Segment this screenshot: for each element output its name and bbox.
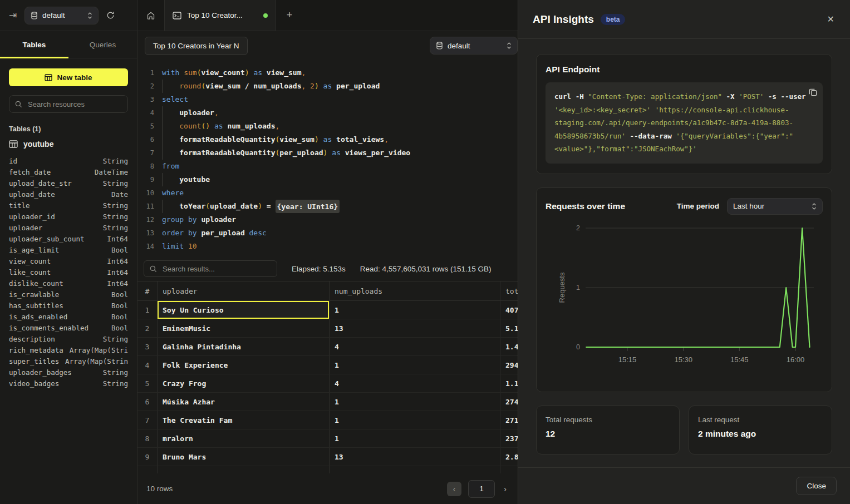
- result-row[interactable]: 1Soy Un Curioso1407: [137, 301, 518, 319]
- schema-column-row[interactable]: titleString: [9, 200, 128, 211]
- schema-column-row[interactable]: uploaderString: [9, 222, 128, 233]
- table-item-youtube[interactable]: youtube: [9, 140, 128, 149]
- code-line[interactable]: 6formatReadableQuantity(view_sum) as tot…: [137, 133, 518, 146]
- schema-column-row[interactable]: rich_metadataArray(Map(Stri: [9, 344, 128, 355]
- time-period-selector[interactable]: Last hour: [727, 198, 823, 215]
- close-button[interactable]: Close: [796, 477, 837, 495]
- sql-editor[interactable]: 1with sum(view_count) as view_sum,2round…: [137, 60, 518, 256]
- header-uploader[interactable]: uploader: [158, 281, 330, 300]
- total-views-cell[interactable]: 237: [500, 429, 518, 447]
- next-page-button[interactable]: ›: [502, 484, 509, 493]
- column-type: Int64: [107, 268, 128, 276]
- result-row[interactable]: 7The Crevatin Fam1271: [137, 411, 518, 429]
- num-uploads-cell[interactable]: 1: [330, 301, 500, 319]
- uploader-cell[interactable]: Bruno Mars: [158, 448, 330, 466]
- schema-column-row[interactable]: video_badgesString: [9, 378, 128, 389]
- uploader-cell[interactable]: Galinha Pintadinha: [158, 338, 330, 355]
- uploader-cell[interactable]: mralorn: [158, 429, 330, 447]
- copy-icon[interactable]: [809, 88, 817, 96]
- refresh-icon[interactable]: [106, 11, 115, 19]
- collapse-sidebar-icon[interactable]: ⇥: [6, 9, 20, 21]
- schema-column-row[interactable]: like_countInt64: [9, 266, 128, 278]
- header-total-views[interactable]: tot: [500, 281, 518, 300]
- header-num-uploads[interactable]: num_uploads: [330, 281, 500, 300]
- total-views-cell[interactable]: 2.8: [500, 448, 518, 466]
- total-views-cell[interactable]: 407: [500, 301, 518, 319]
- total-views-cell[interactable]: 271: [500, 411, 518, 429]
- num-uploads-cell[interactable]: 4: [330, 338, 500, 355]
- code-line[interactable]: 5count() as num_uploads,: [137, 120, 518, 133]
- uploader-cell[interactable]: The Crevatin Fam: [158, 411, 330, 429]
- result-row[interactable]: 9Bruno Mars132.8: [137, 448, 518, 466]
- code-line[interactable]: 2round(view_sum / num_uploads, 2) as per…: [137, 80, 518, 93]
- code-line[interactable]: 7formatReadableQuantity(per_upload) as v…: [137, 146, 518, 160]
- curl-command[interactable]: curl -H "Content-Type: application/json"…: [546, 82, 823, 164]
- new-tab-button[interactable]: +: [276, 0, 303, 31]
- uploader-cell[interactable]: Folk Experience: [158, 356, 330, 374]
- code-line[interactable]: 4uploader,: [137, 106, 518, 120]
- search-results-input[interactable]: [161, 264, 271, 274]
- home-button[interactable]: [137, 0, 165, 31]
- schema-column-row[interactable]: uploader_idString: [9, 211, 128, 222]
- prev-page-button[interactable]: ‹: [447, 482, 461, 496]
- total-views-cell[interactable]: 294: [500, 356, 518, 374]
- result-row[interactable]: 5Crazy Frog41.1: [137, 374, 518, 393]
- total-views-cell[interactable]: 5.1: [500, 319, 518, 337]
- num-uploads-cell[interactable]: 1: [330, 356, 500, 374]
- result-row[interactable]: 8mralorn1237: [137, 429, 518, 448]
- tab-queries[interactable]: Queries: [68, 31, 137, 58]
- total-views-cell[interactable]: 274: [500, 393, 518, 411]
- database-selector[interactable]: default: [24, 7, 99, 24]
- new-table-button[interactable]: New table: [9, 68, 128, 86]
- num-uploads-cell[interactable]: 13: [330, 319, 500, 337]
- num-uploads-cell[interactable]: 13: [330, 448, 500, 466]
- query-tab[interactable]: Top 10 Creator...: [165, 0, 276, 31]
- total-views-cell[interactable]: 1.1: [500, 374, 518, 392]
- code-line[interactable]: 12group by uploader: [137, 213, 518, 226]
- result-row[interactable]: 3Galinha Pintadinha41.4: [137, 338, 518, 356]
- code-line[interactable]: 13order by per_upload desc: [137, 226, 518, 240]
- current-page[interactable]: 1: [468, 480, 495, 498]
- num-uploads-cell[interactable]: 1: [330, 411, 500, 429]
- total-views-cell[interactable]: 1.4: [500, 338, 518, 355]
- schema-column-row[interactable]: view_countInt64: [9, 255, 128, 266]
- uploader-cell[interactable]: Músika Azhar: [158, 393, 330, 411]
- schema-column-row[interactable]: has_subtitlesBool: [9, 300, 128, 311]
- tab-tables[interactable]: Tables: [0, 31, 68, 58]
- code-line[interactable]: 14limit 10: [137, 240, 518, 253]
- uploader-cell[interactable]: EminemMusic: [158, 319, 330, 337]
- schema-column-row[interactable]: is_crawlableBool: [9, 289, 128, 300]
- result-row[interactable]: 2EminemMusic135.1: [137, 319, 518, 338]
- schema-column-row[interactable]: upload_date_strString: [9, 177, 128, 189]
- schema-column-row[interactable]: fetch_dateDateTime: [9, 166, 128, 177]
- schema-column-row[interactable]: is_comments_enabledBool: [9, 322, 128, 333]
- code-line[interactable]: 9youtube: [137, 173, 518, 186]
- schema-column-row[interactable]: uploader_sub_countInt64: [9, 233, 128, 244]
- num-uploads-cell[interactable]: 1: [330, 429, 500, 447]
- schema-column-row[interactable]: super_titlesArray(Map(Strin: [9, 355, 128, 367]
- code-line[interactable]: 3select: [137, 93, 518, 106]
- result-row[interactable]: 4Folk Experience1294: [137, 356, 518, 374]
- schema-column-row[interactable]: dislike_countInt64: [9, 278, 128, 289]
- search-resources-input[interactable]: [27, 100, 127, 109]
- header-index[interactable]: #: [137, 281, 158, 300]
- schema-column-row[interactable]: descriptionString: [9, 333, 128, 344]
- query-title[interactable]: Top 10 Creators in Year N: [145, 37, 248, 55]
- schema-column-row[interactable]: is_age_limitBool: [9, 244, 128, 255]
- num-uploads-cell[interactable]: 4: [330, 374, 500, 392]
- code-line[interactable]: 1with sum(view_count) as view_sum,: [137, 66, 518, 80]
- schema-column-row[interactable]: upload_dateDate: [9, 189, 128, 200]
- close-icon[interactable]: ✕: [827, 14, 834, 24]
- unsaved-changes-dot: [263, 13, 268, 18]
- schema-column-row[interactable]: idString: [9, 155, 128, 166]
- query-database-selector[interactable]: default: [430, 37, 518, 55]
- schema-column-row[interactable]: uploader_badgesString: [9, 367, 128, 378]
- result-row[interactable]: 6Músika Azhar1274: [137, 393, 518, 411]
- code-line[interactable]: 10where: [137, 186, 518, 200]
- num-uploads-cell[interactable]: 1: [330, 393, 500, 411]
- code-line[interactable]: 8from: [137, 160, 518, 173]
- code-line[interactable]: 11toYear(upload_date) = {year: UInt16}: [137, 200, 518, 213]
- uploader-cell[interactable]: Soy Un Curioso: [158, 301, 330, 319]
- schema-column-row[interactable]: is_ads_enabledBool: [9, 311, 128, 322]
- uploader-cell[interactable]: Crazy Frog: [158, 374, 330, 392]
